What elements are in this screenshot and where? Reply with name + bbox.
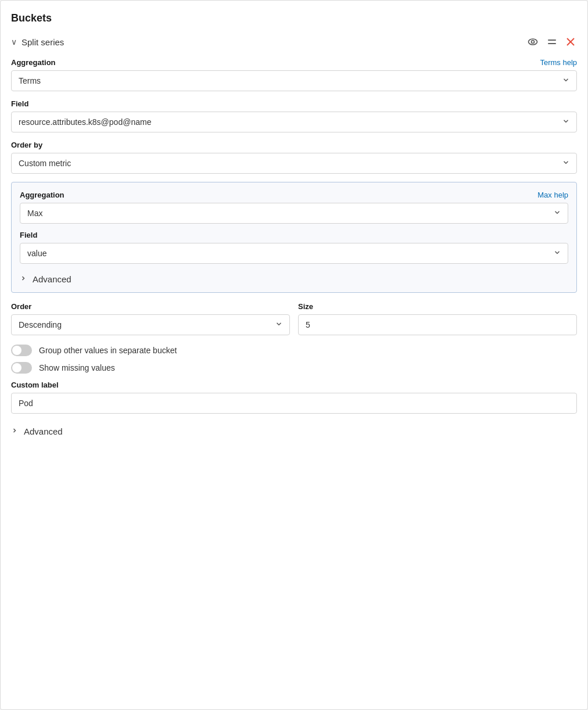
inner-field-group: Field value	[20, 231, 568, 264]
inner-aggregation-select-wrapper: Max	[20, 203, 568, 224]
svg-point-1	[532, 41, 535, 44]
outer-advanced-label: Advanced	[24, 426, 63, 436]
custom-label-input[interactable]	[11, 393, 577, 414]
inner-aggregation-label: Aggregation	[20, 191, 64, 199]
split-series-label-group: ∨ Split series	[11, 37, 64, 47]
split-series-header: ∨ Split series	[11, 35, 577, 49]
close-icon	[565, 37, 576, 47]
inner-advanced-label: Advanced	[33, 274, 71, 284]
size-col: Size	[298, 302, 577, 335]
field-label-row: Field	[11, 99, 577, 108]
eye-icon	[527, 36, 539, 48]
aggregation-select-wrapper: Terms	[11, 70, 577, 91]
group-other-toggle[interactable]	[11, 345, 32, 356]
order-by-select-wrapper: Custom metric	[11, 153, 577, 174]
outer-advanced-chevron-icon	[11, 427, 18, 436]
order-col-label: Order	[11, 302, 290, 311]
show-missing-toggle[interactable]	[11, 362, 32, 374]
aggregation-label: Aggregation	[11, 58, 56, 67]
field-label: Field	[11, 99, 28, 108]
order-by-label: Order by	[11, 141, 42, 149]
group-other-toggle-row: Group other values in separate bucket	[11, 345, 577, 356]
size-col-label: Size	[298, 302, 577, 311]
max-help-link[interactable]: Max help	[537, 191, 568, 199]
inner-aggregation-select[interactable]: Max	[20, 203, 568, 224]
aggregation-group: Aggregation Terms help Terms	[11, 58, 577, 91]
inner-metric-box: Aggregation Max help Max Field value	[11, 182, 577, 293]
equals-icon	[547, 37, 557, 47]
order-by-select[interactable]: Custom metric	[11, 153, 577, 174]
inner-aggregation-group: Aggregation Max help Max	[20, 191, 568, 224]
terms-help-link[interactable]: Terms help	[540, 58, 577, 67]
drag-handle-button[interactable]	[546, 35, 558, 48]
field-select[interactable]: resource.attributes.k8s@pod@name	[11, 112, 577, 132]
svg-point-0	[529, 39, 537, 45]
collapse-arrow-icon[interactable]: ∨	[11, 37, 17, 46]
field-group: Field resource.attributes.k8s@pod@name	[11, 99, 577, 132]
section-icons	[526, 35, 577, 49]
inner-aggregation-label-row: Aggregation Max help	[20, 191, 568, 199]
inner-field-label: Field	[20, 231, 37, 239]
order-by-group: Order by Custom metric	[11, 141, 577, 174]
aggregation-select[interactable]: Terms	[11, 70, 577, 91]
field-select-wrapper: resource.attributes.k8s@pod@name	[11, 112, 577, 132]
custom-label-label-row: Custom label	[11, 381, 577, 389]
order-select[interactable]: Descending	[11, 314, 290, 335]
order-select-wrapper: Descending	[11, 314, 290, 335]
inner-field-label-row: Field	[20, 231, 568, 239]
visibility-button[interactable]	[526, 35, 540, 49]
inner-field-select[interactable]: value	[20, 243, 568, 264]
inner-advanced-row[interactable]: Advanced	[20, 271, 568, 284]
buckets-panel: Buckets ∨ Split series	[0, 0, 588, 710]
aggregation-label-row: Aggregation Terms help	[11, 58, 577, 67]
inner-advanced-chevron-icon	[20, 275, 27, 284]
size-input[interactable]	[298, 314, 577, 335]
order-col: Order Descending	[11, 302, 290, 335]
custom-label-group: Custom label	[11, 381, 577, 414]
remove-button[interactable]	[564, 35, 577, 48]
order-by-label-row: Order by	[11, 141, 577, 149]
panel-title: Buckets	[11, 12, 577, 24]
split-series-label: Split series	[21, 37, 64, 47]
custom-label-label: Custom label	[11, 381, 59, 389]
group-other-toggle-label: Group other values in separate bucket	[39, 346, 177, 355]
inner-field-select-wrapper: value	[20, 243, 568, 264]
show-missing-toggle-row: Show missing values	[11, 362, 577, 374]
show-missing-toggle-label: Show missing values	[39, 363, 115, 372]
outer-advanced-row[interactable]: Advanced	[11, 423, 577, 436]
order-size-row: Order Descending Size	[11, 302, 577, 335]
